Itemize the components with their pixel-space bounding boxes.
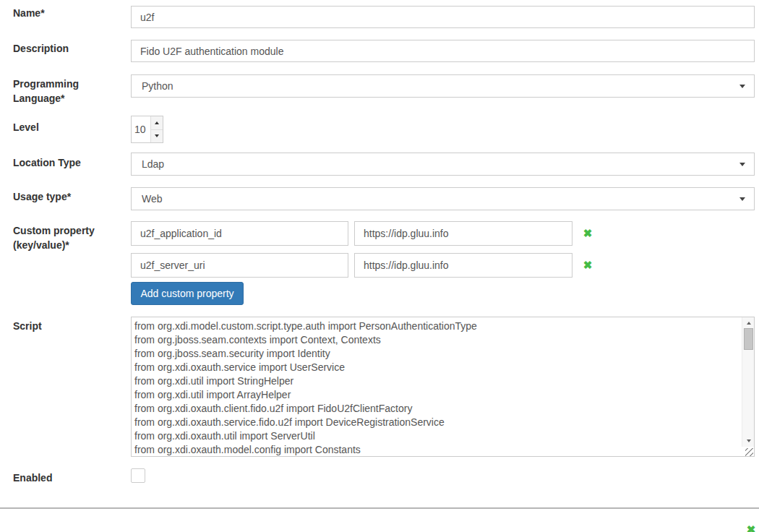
delete-property-icon[interactable]: ✖ — [580, 259, 595, 272]
script-label: Script — [13, 319, 123, 333]
level-input[interactable] — [132, 116, 150, 142]
footer-divider — [0, 507, 759, 509]
scrollbar-thumb[interactable] — [744, 328, 753, 350]
custom-property-label: Custom property (key/value)* — [13, 223, 123, 252]
level-spinner — [150, 116, 163, 142]
arrow-up-icon — [747, 322, 751, 325]
level-stepper — [131, 116, 163, 143]
arrow-up-icon — [155, 121, 159, 124]
location-type-select[interactable]: Ldap — [131, 153, 755, 176]
arrow-down-icon — [747, 439, 751, 442]
usage-type-label: Usage type* — [13, 189, 123, 204]
description-label: Description — [13, 41, 123, 56]
location-type-select-wrap: Ldap — [131, 153, 755, 176]
scrollbar-down-button[interactable] — [742, 435, 755, 447]
custom-property-value-input[interactable] — [354, 253, 573, 278]
name-input[interactable] — [131, 6, 755, 28]
enabled-label: Enabled — [13, 471, 123, 485]
location-type-label: Location Type — [13, 155, 123, 170]
scrollbar-up-button[interactable] — [742, 317, 755, 329]
name-label: Name* — [13, 6, 123, 20]
custom-property-value-input[interactable] — [354, 221, 573, 246]
custom-script-form: Name* Description Programming Language* … — [0, 0, 759, 532]
enabled-checkbox[interactable] — [131, 468, 145, 483]
usage-type-select[interactable]: Web — [131, 187, 755, 210]
custom-property-key-input[interactable] — [131, 253, 348, 278]
delete-property-icon[interactable]: ✖ — [580, 227, 595, 240]
arrow-down-icon — [155, 134, 159, 137]
add-custom-property-button[interactable]: Add custom property — [131, 282, 244, 305]
description-input[interactable] — [131, 40, 755, 62]
programming-language-label: Programming Language* — [13, 77, 123, 106]
script-textarea[interactable]: from org.xdi.model.custom.script.type.au… — [131, 317, 755, 457]
script-scrollbar[interactable] — [742, 317, 754, 447]
spinner-up-button[interactable] — [151, 116, 163, 130]
programming-language-select-wrap: Python — [131, 74, 755, 98]
custom-property-key-input[interactable] — [131, 221, 348, 246]
level-label: Level — [13, 120, 123, 134]
spinner-down-button[interactable] — [151, 130, 163, 143]
textarea-resize-handle[interactable] — [745, 448, 753, 456]
usage-type-select-wrap: Web — [131, 187, 755, 210]
programming-language-select[interactable]: Python — [131, 74, 755, 98]
delete-icon[interactable]: ✖ — [744, 523, 758, 532]
